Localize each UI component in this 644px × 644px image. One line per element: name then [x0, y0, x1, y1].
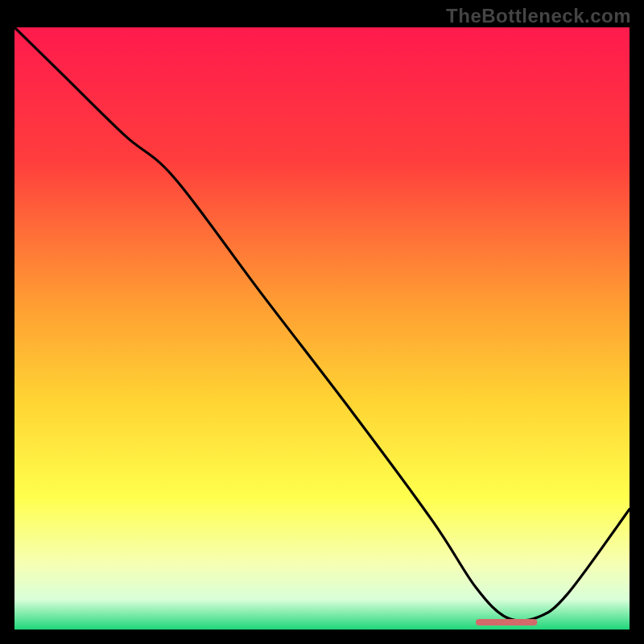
- optimal-range-marker: [476, 619, 537, 625]
- chart-container: TheBottleneck.com: [0, 0, 644, 644]
- watermark-text: TheBottleneck.com: [446, 5, 631, 27]
- chart-svg: [14, 27, 630, 630]
- plot-area: [14, 27, 630, 630]
